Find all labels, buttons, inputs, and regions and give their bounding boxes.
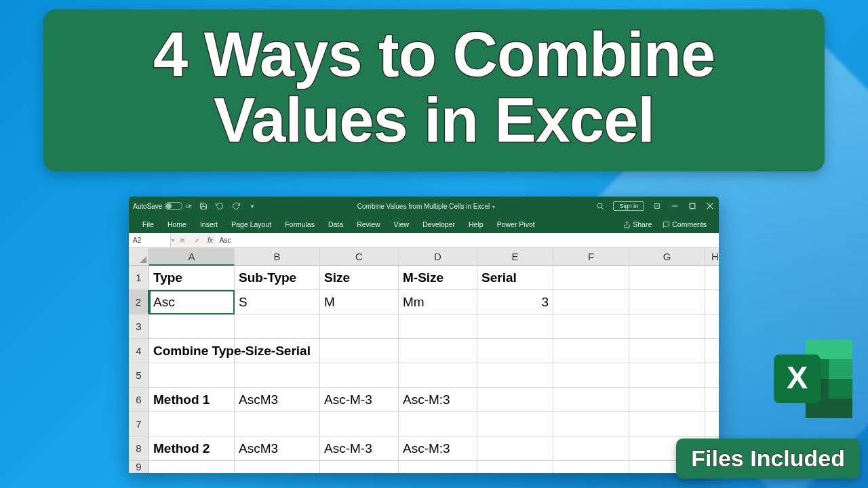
share-button[interactable]: Share — [618, 220, 657, 228]
cell[interactable] — [629, 388, 705, 412]
row-header[interactable]: 5 — [129, 363, 149, 388]
cell[interactable]: Combine Type-Size-Serial — [149, 339, 235, 363]
cell[interactable] — [477, 314, 553, 339]
row-header[interactable]: 1 — [129, 266, 149, 290]
fx-icon[interactable]: fx — [208, 237, 213, 244]
col-header[interactable]: H — [705, 248, 719, 266]
cell[interactable] — [629, 290, 705, 314]
cell[interactable] — [235, 363, 320, 388]
cell[interactable] — [477, 363, 553, 388]
col-header[interactable]: E — [477, 248, 553, 266]
cell[interactable] — [149, 314, 235, 339]
cell[interactable] — [477, 339, 553, 363]
tab-insert[interactable]: Insert — [193, 216, 224, 233]
cell[interactable] — [553, 388, 629, 412]
cell[interactable] — [629, 339, 705, 363]
close-icon[interactable] — [705, 201, 715, 211]
cell[interactable]: Asc-M:3 — [399, 436, 477, 461]
cell[interactable]: Asc-M-3 — [320, 388, 399, 412]
comments-button[interactable]: Comments — [657, 220, 712, 228]
signin-button[interactable]: Sign in — [613, 201, 644, 211]
col-header[interactable]: B — [235, 248, 320, 266]
cell[interactable]: Asc-M:3 — [399, 388, 477, 412]
cell[interactable]: Asc-M-3 — [320, 436, 399, 461]
minimize-icon[interactable] — [670, 201, 679, 211]
cell[interactable] — [320, 363, 399, 388]
undo-icon[interactable] — [215, 201, 224, 211]
ribbon-options-icon[interactable] — [652, 201, 662, 211]
tab-review[interactable]: Review — [350, 216, 387, 233]
cell[interactable] — [149, 363, 235, 388]
cell[interactable]: AscM3 — [235, 436, 320, 461]
cell[interactable]: M — [320, 290, 399, 314]
row-header[interactable]: 7 — [129, 412, 149, 436]
cell[interactable] — [399, 314, 477, 339]
cell[interactable] — [705, 363, 719, 388]
cell[interactable]: Serial — [477, 266, 553, 290]
row-header[interactable]: 9 — [129, 461, 149, 473]
cell[interactable]: Mm — [399, 290, 477, 314]
row-header[interactable]: 3 — [129, 314, 149, 339]
tab-help[interactable]: Help — [462, 216, 490, 233]
cancel-formula-icon[interactable]: ✕ — [175, 237, 190, 244]
cell[interactable] — [235, 339, 320, 363]
col-header[interactable]: A — [149, 248, 235, 266]
tab-page-layout[interactable]: Page Layout — [224, 216, 278, 233]
maximize-icon[interactable] — [688, 201, 697, 211]
tab-home[interactable]: Home — [161, 216, 193, 233]
toggle-icon[interactable] — [165, 202, 182, 210]
row-header[interactable]: 8 — [129, 436, 149, 461]
cell[interactable]: M-Size — [399, 266, 477, 290]
cell[interactable] — [705, 339, 719, 363]
cell[interactable]: Sub-Type — [235, 266, 320, 290]
qat-customize-icon[interactable]: ▾ — [248, 201, 257, 211]
cell[interactable] — [320, 461, 399, 473]
cell[interactable] — [629, 266, 705, 290]
row-header[interactable]: 2 — [129, 290, 149, 314]
cell[interactable] — [477, 461, 553, 473]
save-icon[interactable] — [199, 201, 208, 211]
cell[interactable] — [629, 412, 705, 436]
cell[interactable] — [235, 461, 320, 473]
formula-input[interactable]: Asc — [216, 233, 719, 247]
cell[interactable] — [320, 314, 399, 339]
cell[interactable]: Asc — [149, 290, 235, 314]
col-header[interactable]: G — [629, 248, 705, 266]
name-box[interactable]: A2 — [129, 233, 171, 247]
cell[interactable] — [705, 266, 719, 290]
tab-power-pivot[interactable]: Power Pivot — [490, 216, 542, 233]
cell[interactable] — [553, 290, 629, 314]
cell[interactable]: Method 1 — [149, 388, 235, 412]
cell[interactable]: Type — [149, 266, 235, 290]
cell[interactable] — [553, 266, 629, 290]
row-header[interactable]: 6 — [129, 388, 149, 412]
cell[interactable] — [399, 412, 477, 436]
cell[interactable]: 3 — [477, 290, 553, 314]
cell[interactable]: S — [235, 290, 320, 314]
cell[interactable] — [149, 461, 235, 473]
enter-formula-icon[interactable]: ✓ — [190, 237, 205, 244]
cell[interactable]: Method 2 — [149, 436, 235, 461]
tab-view[interactable]: View — [387, 216, 416, 233]
col-header[interactable]: D — [399, 248, 477, 266]
cell[interactable] — [553, 314, 629, 339]
row-header[interactable]: 4 — [129, 339, 149, 363]
cell[interactable] — [477, 436, 553, 461]
cell[interactable] — [399, 363, 477, 388]
cell[interactable] — [705, 412, 719, 436]
cell[interactable] — [553, 461, 629, 473]
cell[interactable]: Size — [320, 266, 399, 290]
cell[interactable] — [399, 461, 477, 473]
cell[interactable] — [235, 412, 320, 436]
cell[interactable] — [235, 314, 320, 339]
cell[interactable] — [477, 412, 553, 436]
cell[interactable] — [553, 436, 629, 461]
redo-icon[interactable] — [231, 201, 241, 211]
cell[interactable] — [629, 363, 705, 388]
select-all-corner[interactable] — [129, 248, 149, 266]
cell[interactable] — [553, 412, 629, 436]
tab-data[interactable]: Data — [321, 216, 350, 233]
tab-developer[interactable]: Developer — [416, 216, 462, 233]
cell[interactable] — [629, 314, 705, 339]
autosave-toggle[interactable]: AutoSave Off — [133, 202, 192, 210]
